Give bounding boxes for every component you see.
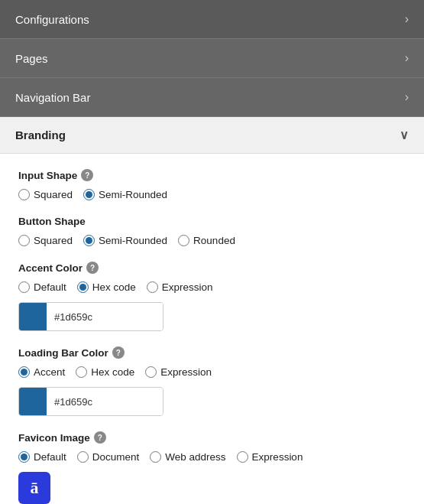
favicon-default-option[interactable]: Default [18, 451, 66, 463]
input-shape-squared-option[interactable]: Squared [18, 189, 73, 200]
loading-bar-accent-radio[interactable] [18, 366, 30, 378]
button-shape-squared-label: Squared [34, 235, 73, 246]
favicon-document-label: Document [92, 451, 140, 463]
favicon-image-section: Favicon Image ? Default Document Web add… [18, 431, 406, 504]
branding-body: Input Shape ? Squared Semi-Rounded Butto… [0, 154, 424, 504]
nav-navigation-bar-label: Navigation Bar [15, 91, 90, 104]
nav-navigation-bar[interactable]: Navigation Bar › [0, 78, 424, 117]
favicon-default-radio[interactable] [18, 451, 30, 463]
loading-bar-expression-radio[interactable] [145, 366, 157, 378]
accent-color-options: Default Hex code Expression [18, 281, 406, 293]
loading-bar-color-input-row: #1d659c [18, 387, 163, 416]
button-shape-label: Button Shape [18, 216, 406, 227]
favicon-preview: ā [18, 472, 50, 504]
input-shape-squared-label: Squared [34, 189, 73, 200]
accent-color-swatch[interactable] [19, 303, 47, 330]
accent-color-label: Accent Color ? [18, 262, 406, 274]
accent-color-default-option[interactable]: Default [18, 281, 66, 293]
loading-bar-hex-option[interactable]: Hex code [76, 366, 134, 378]
button-shape-options: Squared Semi-Rounded Rounded [18, 235, 406, 246]
loading-bar-color-label: Loading Bar Color ? [18, 346, 406, 359]
button-shape-rounded-radio[interactable] [178, 235, 189, 246]
accent-color-section: Accent Color ? Default Hex code Expressi… [18, 262, 406, 331]
branding-chevron: ∨ [400, 128, 409, 142]
loading-bar-color-value[interactable]: #1d659c [47, 388, 163, 415]
favicon-expression-label: Expression [252, 451, 303, 463]
favicon-image-label: Favicon Image ? [18, 431, 406, 444]
button-shape-rounded-option[interactable]: Rounded [178, 235, 235, 246]
input-shape-label: Input Shape ? [18, 169, 406, 181]
button-shape-squared-option[interactable]: Squared [18, 235, 73, 246]
nav-configurations-chevron: › [405, 12, 409, 26]
button-shape-rounded-label: Rounded [193, 235, 235, 246]
accent-color-default-radio[interactable] [18, 281, 30, 293]
favicon-document-option[interactable]: Document [77, 451, 140, 463]
nav-configurations-label: Configurations [15, 13, 89, 26]
accent-color-hex-option[interactable]: Hex code [77, 281, 136, 293]
accent-color-expression-label: Expression [162, 281, 213, 293]
loading-bar-expression-label: Expression [160, 366, 212, 378]
accent-color-help-icon[interactable]: ? [86, 262, 99, 274]
button-shape-section: Button Shape Squared Semi-Rounded Rounde… [18, 216, 406, 246]
nav-navigation-bar-chevron: › [405, 90, 409, 104]
nav-configurations[interactable]: Configurations › [0, 0, 424, 39]
accent-color-default-label: Default [34, 281, 66, 293]
favicon-char: ā [31, 478, 39, 498]
loading-bar-color-options: Accent Hex code Expression [18, 366, 406, 378]
favicon-image-options: Default Document Web address Expression [18, 451, 406, 463]
input-shape-options: Squared Semi-Rounded [18, 189, 406, 200]
nav-pages[interactable]: Pages › [0, 39, 424, 78]
input-shape-semi-rounded-label: Semi-Rounded [99, 189, 167, 200]
loading-bar-color-section: Loading Bar Color ? Accent Hex code Expr… [18, 346, 406, 416]
favicon-expression-option[interactable]: Expression [237, 451, 303, 463]
favicon-web-address-label: Web address [165, 451, 225, 463]
favicon-web-address-option[interactable]: Web address [150, 451, 225, 463]
accent-color-hex-radio[interactable] [77, 281, 89, 293]
button-shape-semi-rounded-radio[interactable] [83, 235, 95, 246]
loading-bar-hex-label: Hex code [91, 366, 134, 378]
accent-color-input-row: #1d659c [18, 302, 163, 331]
input-shape-squared-radio[interactable] [18, 189, 30, 200]
loading-bar-expression-option[interactable]: Expression [145, 366, 212, 378]
loading-bar-hex-radio[interactable] [76, 366, 87, 378]
button-shape-semi-rounded-label: Semi-Rounded [99, 235, 167, 246]
loading-bar-color-swatch[interactable] [19, 388, 47, 415]
accent-color-hex-label: Hex code [92, 281, 136, 293]
favicon-document-radio[interactable] [77, 451, 89, 463]
button-shape-semi-rounded-option[interactable]: Semi-Rounded [83, 235, 167, 246]
input-shape-semi-rounded-radio[interactable] [83, 189, 95, 200]
accent-color-expression-option[interactable]: Expression [147, 281, 213, 293]
favicon-web-address-radio[interactable] [150, 451, 161, 463]
accent-color-expression-radio[interactable] [147, 281, 158, 293]
branding-title: Branding [15, 128, 66, 141]
favicon-image-help-icon[interactable]: ? [94, 431, 106, 444]
nav-pages-label: Pages [15, 52, 48, 65]
favicon-expression-radio[interactable] [237, 451, 248, 463]
loading-bar-accent-label: Accent [34, 366, 65, 378]
loading-bar-accent-option[interactable]: Accent [18, 366, 65, 378]
input-shape-semi-rounded-option[interactable]: Semi-Rounded [83, 189, 167, 200]
nav-pages-chevron: › [405, 51, 409, 65]
branding-header[interactable]: Branding ∨ [0, 117, 424, 154]
favicon-default-label: Default [34, 451, 66, 463]
input-shape-section: Input Shape ? Squared Semi-Rounded [18, 169, 406, 200]
input-shape-help-icon[interactable]: ? [81, 169, 93, 181]
accent-color-value[interactable]: #1d659c [47, 303, 163, 330]
button-shape-squared-radio[interactable] [18, 235, 30, 246]
loading-bar-color-help-icon[interactable]: ? [112, 346, 125, 359]
